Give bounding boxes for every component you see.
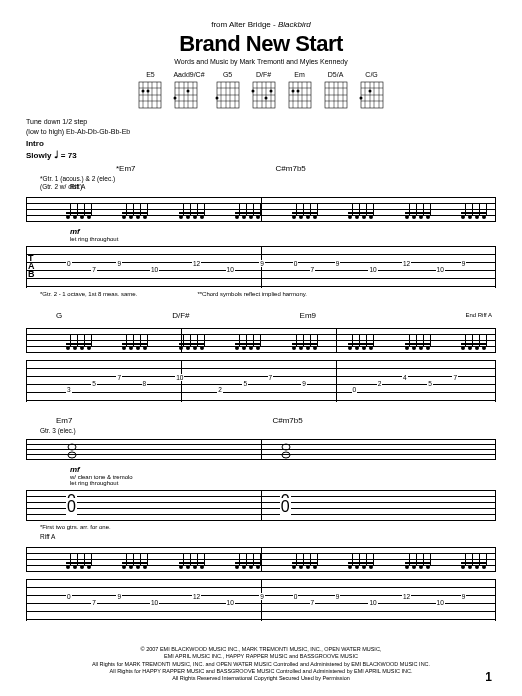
song-title: Brand New Start xyxy=(26,31,496,57)
chord-diagram-d5a: D5/A xyxy=(323,71,349,110)
whole-note-icon xyxy=(280,441,292,461)
from-prefix: from Alter Bridge - xyxy=(211,20,278,29)
chord-symbol: G xyxy=(56,311,62,320)
footnote: *First two gtrs. arr. for one. xyxy=(40,524,496,530)
svg-point-19 xyxy=(187,90,190,93)
album-name: Blackbird xyxy=(278,20,311,29)
tempo-marking: Slowly ♩ = 73 xyxy=(26,149,496,160)
fretboard-icon xyxy=(137,80,163,110)
svg-point-48 xyxy=(291,90,294,93)
svg-point-28 xyxy=(215,97,218,100)
tuning-line2: (low to high) Eb-Ab-Db-Gb-Bb-Eb xyxy=(26,128,496,136)
dynamic-marking: mf xyxy=(70,465,496,474)
svg-point-8 xyxy=(142,90,145,93)
svg-point-38 xyxy=(269,90,272,93)
riff-label: Riff A xyxy=(70,183,85,190)
guitar-sublabel: (Gtr. 2 w/ dist.) xyxy=(40,183,496,190)
music-system-1: *Em7 C#m7b5 *Gtr. 1 (acous.) & 2 (elec.)… xyxy=(26,164,496,297)
guitar-label: *Gtr. 1 (acous.) & 2 (elec.) xyxy=(40,175,496,182)
riff-label: Riff A xyxy=(40,533,496,540)
chord-symbol: D/F# xyxy=(172,311,189,320)
footnote: *Gtr. 2 - 1 octave, 1st 8 meas. same. xyxy=(40,291,137,297)
svg-point-67 xyxy=(368,90,371,93)
fretboard-icon xyxy=(251,80,277,110)
sheet-music-page: from Alter Bridge - Blackbird Brand New … xyxy=(0,0,522,645)
svg-point-71 xyxy=(282,452,290,458)
svg-point-68 xyxy=(68,444,76,450)
copyright-footer: © 2007 EMI BLACKWOOD MUSIC INC., MARK TR… xyxy=(26,646,496,682)
tablature-staff: TAB 07910121090791012109 xyxy=(26,246,496,288)
guitar-label: Gtr. 3 (elec.) xyxy=(40,427,496,434)
tab-numbers: 07910121090791012109 xyxy=(66,585,486,615)
notation-staff: Riff A xyxy=(26,191,496,225)
chord-diagram-dfs: D/F# xyxy=(251,71,277,110)
svg-point-69 xyxy=(68,452,76,458)
music-system-3: Em7 C#m7b5 Gtr. 3 (elec.) mf w/ clean to… xyxy=(26,416,496,621)
chord-symbol: Em7 xyxy=(56,416,72,425)
chord-symbol: Em9 xyxy=(300,311,316,320)
chord-diagram-aadd9: Aadd9/C# xyxy=(173,71,204,110)
chord-symbol: C#m7b5 xyxy=(272,416,302,425)
fretboard-icon xyxy=(173,80,199,110)
chord-symbol: C#m7b5 xyxy=(276,164,306,173)
fretboard-icon xyxy=(323,80,349,110)
chord-diagram-cg: C/G xyxy=(359,71,385,110)
performance-note: let ring throughout xyxy=(70,236,496,242)
fretboard-icon xyxy=(359,80,385,110)
svg-point-18 xyxy=(174,97,177,100)
chord-symbols-row: *Em7 C#m7b5 xyxy=(116,164,496,173)
tablature-staff: 357810257902457 xyxy=(26,360,496,402)
notation-staff-gtr12 xyxy=(26,541,496,575)
svg-point-9 xyxy=(147,90,150,93)
whole-note-icon xyxy=(66,441,78,461)
tab-numbers: 357810257902457 xyxy=(66,366,486,396)
chord-diagram-e5: E5 xyxy=(137,71,163,110)
svg-point-39 xyxy=(264,97,267,100)
note-beams xyxy=(66,193,486,219)
tab-numbers: 07910121090791012109 xyxy=(66,252,486,282)
tablature-staff-gtr3: 0 0 0 0 xyxy=(26,490,496,520)
note-beams xyxy=(66,324,486,350)
svg-point-49 xyxy=(296,90,299,93)
svg-point-37 xyxy=(251,90,254,93)
tuning-line1: Tune down 1/2 step xyxy=(26,118,496,126)
chord-symbols-row: G D/F# Em9 xyxy=(56,311,496,320)
header: from Alter Bridge - Blackbird Brand New … xyxy=(26,20,496,65)
chord-diagram-row: E5 Aadd9/C# G5 D/F# Em D5/A C/G xyxy=(26,71,496,110)
performance-note: let ring throughout xyxy=(70,480,496,486)
footnote: **Chord symbols reflect implied harmony. xyxy=(197,291,307,297)
chord-symbol: *Em7 xyxy=(116,164,136,173)
page-number: 1 xyxy=(485,670,492,684)
credits: Words and Music by Mark Tremonti and Myl… xyxy=(26,58,496,65)
svg-point-66 xyxy=(359,97,362,100)
notation-staff: End Riff A xyxy=(26,322,496,356)
chord-diagram-em: Em xyxy=(287,71,313,110)
source-line: from Alter Bridge - Blackbird xyxy=(26,20,496,29)
tablature-staff-gtr12: 07910121090791012109 xyxy=(26,579,496,621)
tab-label: TAB xyxy=(28,254,35,278)
music-system-2: G D/F# Em9 End Riff A 357810257902457 xyxy=(26,311,496,402)
fretboard-icon xyxy=(287,80,313,110)
chord-symbols-row: Em7 C#m7b5 xyxy=(56,416,496,425)
intro-label: Intro xyxy=(26,139,496,148)
note-beams xyxy=(66,543,486,569)
dynamic-marking: mf xyxy=(70,227,496,236)
fretboard-icon xyxy=(215,80,241,110)
end-riff-label: End Riff A xyxy=(465,312,492,318)
chord-diagram-g5: G5 xyxy=(215,71,241,110)
notation-staff-gtr3 xyxy=(26,435,496,463)
svg-point-70 xyxy=(282,444,290,450)
